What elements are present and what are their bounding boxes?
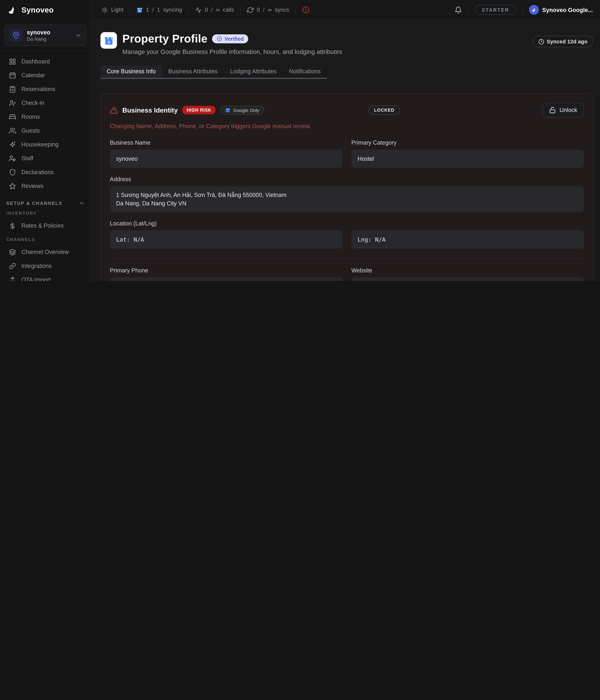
verified-label: Verified — [224, 35, 244, 42]
calls-label: calls — [223, 7, 234, 13]
business-name-group: Business Name synoveo — [110, 139, 343, 168]
sidebar-item-rates-policies[interactable]: Rates & Policies — [4, 219, 86, 233]
sidebar-item-declarations[interactable]: Declarations — [4, 165, 86, 179]
sidebar-item-channel-overview[interactable]: Channel Overview — [4, 245, 86, 259]
latitude-field[interactable]: Lat: N/A — [110, 230, 343, 249]
google-only-badge: Google Only — [220, 105, 264, 115]
unlock-button[interactable]: Unlock — [543, 103, 584, 117]
theme-toggle[interactable]: Light — [101, 6, 123, 13]
sidebar-item-label: Guests — [22, 127, 40, 134]
tab-business-attributes[interactable]: Business Attributes — [162, 65, 224, 78]
google-business-profile-icon: G — [100, 32, 117, 49]
sidebar-item-checkin[interactable]: Check-in — [4, 96, 86, 110]
sidebar-section-setup-channels[interactable]: SETUP & CHANNELS — [6, 200, 85, 206]
alert-circle-icon[interactable] — [302, 6, 309, 14]
synoveo-logo-icon — [531, 7, 537, 13]
sidebar-item-dashboard[interactable]: Dashboard — [4, 54, 86, 68]
sidebar-item-staff[interactable]: Staff — [4, 151, 86, 165]
sidebar-item-calendar[interactable]: Calendar — [4, 68, 86, 82]
google-business-icon — [225, 107, 231, 113]
sidebar-item-label: Housekeeping — [22, 141, 58, 148]
clipboard-icon — [9, 85, 16, 93]
sidebar-item-reviews[interactable]: Reviews — [4, 179, 86, 193]
sidebar-item-rooms[interactable]: Rooms — [4, 110, 86, 124]
website-field[interactable]: Not set — [351, 277, 584, 281]
business-name-field[interactable]: synoveo — [110, 150, 343, 168]
sidebar-item-label: Integrations — [22, 262, 52, 269]
sidebar-item-housekeeping[interactable]: Housekeeping — [4, 138, 86, 151]
synced-label: Synced 12d ago — [547, 39, 588, 45]
sidebar-inventory-nav: Rates & Policies — [0, 217, 91, 233]
main-content: G Property Profile Verified Manage your … — [92, 20, 600, 281]
sidebar-group-inventory: INVENTORY — [6, 211, 85, 216]
star-icon — [9, 182, 16, 190]
topbar-divider — [189, 5, 189, 14]
property-name: synoveo — [27, 29, 50, 36]
users-icon — [9, 127, 16, 134]
tab-core-business-info[interactable]: Core Business Info — [100, 65, 162, 78]
topbar-divider — [240, 5, 241, 14]
sidebar-item-label: Rooms — [22, 114, 40, 120]
sidebar-item-guests[interactable]: Guests — [4, 124, 86, 138]
clock-icon — [538, 39, 544, 44]
address-line-2: Da Nang, Da Nang City VN — [116, 200, 578, 207]
user-check-icon — [9, 99, 16, 106]
sidebar-item-label: Reservations — [22, 86, 55, 92]
theme-label: Light — [111, 7, 123, 13]
notifications-bell-icon[interactable] — [454, 6, 462, 14]
calendar-icon — [9, 72, 16, 79]
grid-icon — [9, 58, 16, 65]
longitude-field[interactable]: Lng: N/A — [351, 230, 584, 249]
topbar: Light G 1 / 1 syncing 0 / ∞ calls 0 / ∞ … — [92, 0, 600, 20]
google-only-label: Google Only — [233, 107, 259, 113]
tab-bar: Core Business Info Business Attributes L… — [100, 65, 327, 79]
sidebar-channels-nav: Channel Overview Integrations OTA Import… — [0, 243, 91, 281]
tab-lodging-attributes[interactable]: Lodging Attributes — [224, 65, 283, 78]
sidebar-divider — [0, 50, 91, 51]
property-location: Da Nang — [27, 36, 50, 42]
address-field[interactable]: 1 Sương Nguyệt Anh, An Hải, Sơn Trà, Đà … — [110, 186, 584, 212]
sync-status-indicator[interactable]: G 1 / 1 syncing — [136, 6, 182, 13]
sidebar-item-ota-import[interactable]: OTA Import — [4, 273, 86, 281]
sidebar-item-label: Check-in — [22, 100, 45, 106]
google-business-icon: G — [136, 6, 143, 13]
brand-logo: Synoveo — [0, 0, 91, 20]
layers-icon — [9, 248, 16, 255]
sidebar-item-reservations[interactable]: Reservations — [4, 82, 86, 96]
sidebar-item-label: Dashboard — [22, 58, 50, 65]
location-group: Location (Lat/Lng) Lat: N/A Lng: N/A — [110, 220, 584, 249]
sidebar-item-label: Declarations — [22, 169, 54, 175]
sidebar-item-label: Rates & Policies — [22, 222, 64, 229]
plan-badge[interactable]: STARTER — [475, 5, 516, 15]
sidebar-item-label: OTA Import — [22, 276, 51, 281]
bed-icon — [9, 113, 16, 120]
calls-limit: ∞ — [216, 7, 220, 13]
sync-count: 1 — [146, 7, 149, 13]
upload-icon — [9, 276, 16, 281]
tab-notifications[interactable]: Notifications — [283, 65, 327, 78]
syncs-quota-indicator[interactable]: 0 / ∞ syncs — [247, 6, 289, 13]
syncs-limit: ∞ — [268, 7, 272, 13]
activity-icon — [195, 6, 202, 13]
app-window: Synoveo synoveo Da Nang Dashboard Calend… — [0, 0, 600, 281]
primary-category-field[interactable]: Hostel — [351, 150, 584, 168]
section-title: Business Identity — [122, 106, 178, 114]
property-selector[interactable]: synoveo Da Nang — [4, 25, 86, 46]
section-label: SETUP & CHANNELS — [6, 200, 62, 206]
account-name[interactable]: Synoveo Google... — [542, 6, 593, 13]
warning-triangle-icon — [110, 106, 118, 114]
calls-quota-indicator[interactable]: 0 / ∞ calls — [195, 6, 234, 13]
business-identity-card: Business Identity HIGH RISK Google Only … — [100, 93, 593, 281]
chevron-up-icon — [78, 200, 85, 206]
calls-count: 0 — [205, 7, 208, 13]
synced-badge: Synced 12d ago — [532, 36, 593, 47]
sparkles-icon — [9, 141, 16, 148]
sidebar-item-label: Channel Overview — [22, 249, 69, 255]
address-line-1: 1 Sương Nguyệt Anh, An Hải, Sơn Trà, Đà … — [116, 192, 578, 198]
sidebar-item-label: Calendar — [22, 72, 45, 78]
sidebar-item-integrations[interactable]: Integrations — [4, 259, 86, 273]
syncs-label: syncs — [275, 7, 289, 13]
sidebar-item-label: Staff — [22, 155, 33, 161]
account-avatar[interactable] — [529, 5, 539, 15]
primary-phone-field[interactable]: 0981 759 815 — [110, 277, 343, 281]
